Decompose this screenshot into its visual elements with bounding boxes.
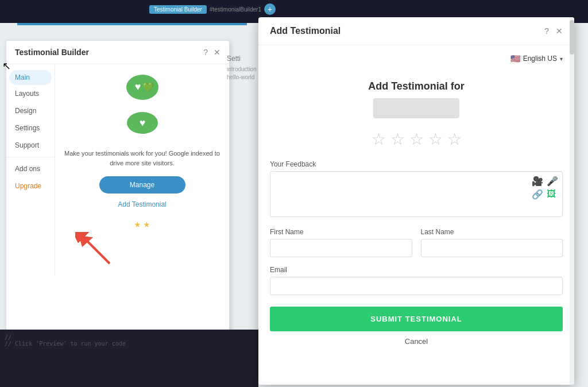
feedback-input[interactable] [270, 171, 563, 217]
sidebar-item-upgrade[interactable]: Upgrade [6, 177, 55, 195]
svg-text:♥: ♥ [139, 117, 145, 129]
add-node-button[interactable]: + [264, 3, 276, 15]
modal-body: 🇺🇸 English US ▾ Add Testimonial for ☆ ☆ … [258, 45, 574, 385]
first-name-field: First Name [270, 228, 412, 257]
submit-testimonial-button[interactable]: SUBMIT TESTIMONIAL [270, 307, 563, 331]
code-line-2: // Click 'Preview' to run your code [5, 340, 254, 347]
first-name-input[interactable] [270, 239, 412, 257]
scrollbar-thumb [570, 20, 574, 55]
chat-bubble-icon: ♥ 💚 [125, 73, 160, 105]
promo-text: Make your testimonials work for you! Goo… [64, 149, 220, 168]
star-3[interactable]: ☆ [409, 130, 424, 149]
bg-hello-world: hello-world [227, 74, 257, 80]
nav-divider [6, 157, 55, 157]
first-name-label: First Name [270, 228, 412, 236]
mouse-cursor: ↖ [2, 60, 11, 72]
feedback-label: Your Feedback [270, 160, 563, 168]
modal-help-icon[interactable]: ? [544, 26, 549, 36]
feedback-icon-row-1: 🎥 🎤 [532, 176, 558, 187]
star-1[interactable]: ☆ [372, 130, 386, 149]
feedback-icon-row-2: 🔗 🖼 [532, 189, 558, 200]
video-icon[interactable]: 🎥 [532, 176, 543, 187]
chat-heart-icon: ♥ [125, 110, 160, 144]
star-rating[interactable]: ☆ ☆ ☆ ☆ ☆ [270, 130, 563, 149]
brand-image-placeholder [373, 98, 459, 118]
testimonial-builder-panel: Testimonial Builder ? ✕ Main Layouts Des… [6, 40, 230, 367]
email-input[interactable] [270, 277, 563, 295]
last-name-field: Last Name [421, 228, 563, 257]
feedback-wrapper: 🎥 🎤 🔗 🖼 [270, 171, 563, 219]
red-arrow-icon [75, 232, 121, 266]
language-label: English US [523, 55, 557, 63]
breadcrumb-label: Testimonial Builder [149, 5, 207, 14]
progress-bar [17, 23, 247, 25]
modal-header: Add Testimonial ? ✕ [258, 17, 574, 45]
cancel-button[interactable]: Cancel [270, 337, 563, 354]
star-2[interactable]: ☆ [390, 130, 405, 149]
close-panel-icon[interactable]: ✕ [214, 48, 220, 57]
panel-body: Main Layouts Design Settings Support Add… [6, 64, 229, 275]
sidebar-item-settings[interactable]: Settings [6, 119, 55, 137]
arrow-indicator [64, 232, 220, 266]
panel-main-content: ♥ 💚 ♥ Make your testimonials work for yo… [55, 64, 229, 275]
sidebar-item-support[interactable]: Support [6, 137, 55, 154]
header-actions: ? ✕ [203, 48, 220, 57]
bg-settings-text: Setti [227, 55, 241, 63]
panel-title: Testimonial Builder [15, 48, 89, 57]
breadcrumb-id: #testimonialBuilder1 [210, 6, 261, 13]
modal-header-icons: ? ✕ [544, 26, 563, 36]
stars-preview: ★ ★ [134, 220, 150, 229]
add-testimonial-modal: Add Testimonial ? ✕ 🇺🇸 English US ▾ Add … [258, 17, 574, 385]
bg-intro-text: introduction [227, 66, 257, 72]
bg-text-lines: introduction hello-world [227, 66, 257, 82]
modal-close-icon[interactable]: ✕ [556, 26, 563, 36]
svg-text:💚: 💚 [142, 82, 154, 92]
sidebar-item-design[interactable]: Design [6, 102, 55, 119]
panel-header: Testimonial Builder ? ✕ [6, 41, 229, 64]
breadcrumb: Testimonial Builder #testimonialBuilder1… [149, 3, 276, 15]
help-icon[interactable]: ? [203, 48, 208, 57]
code-line-1: // [5, 334, 254, 340]
manage-button[interactable]: Manage [99, 176, 185, 194]
link-icon[interactable]: 🔗 [532, 189, 543, 200]
mic-icon[interactable]: 🎤 [547, 176, 558, 187]
feedback-media-icons: 🎥 🎤 🔗 🖼 [532, 176, 558, 200]
sidebar-item-addons[interactable]: Add ons [6, 160, 55, 177]
email-label: Email [270, 266, 563, 274]
code-editor-bg: // // Click 'Preview' to run your code [0, 330, 258, 387]
sidebar-item-main[interactable]: Main [9, 70, 52, 85]
modal-scrollbar[interactable] [570, 17, 574, 385]
add-testimonial-link[interactable]: Add Testimonial [118, 200, 167, 208]
svg-text:♥: ♥ [134, 81, 141, 92]
star-5[interactable]: ☆ [447, 130, 462, 149]
sidebar-nav: Main Layouts Design Settings Support Add… [6, 64, 55, 275]
name-row: First Name Last Name [270, 228, 563, 257]
image-icon[interactable]: 🖼 [547, 189, 556, 200]
star-4[interactable]: ☆ [428, 130, 443, 149]
dropdown-chevron-icon: ▾ [560, 56, 563, 62]
last-name-label: Last Name [421, 228, 563, 236]
sidebar-item-layouts[interactable]: Layouts [6, 85, 55, 102]
language-selector[interactable]: 🇺🇸 English US ▾ [270, 54, 563, 63]
modal-title: Add Testimonial [270, 26, 341, 36]
last-name-input[interactable] [421, 239, 563, 257]
testimonial-for-heading: Add Testimonial for [270, 80, 563, 92]
flag-icon: 🇺🇸 [510, 54, 520, 63]
